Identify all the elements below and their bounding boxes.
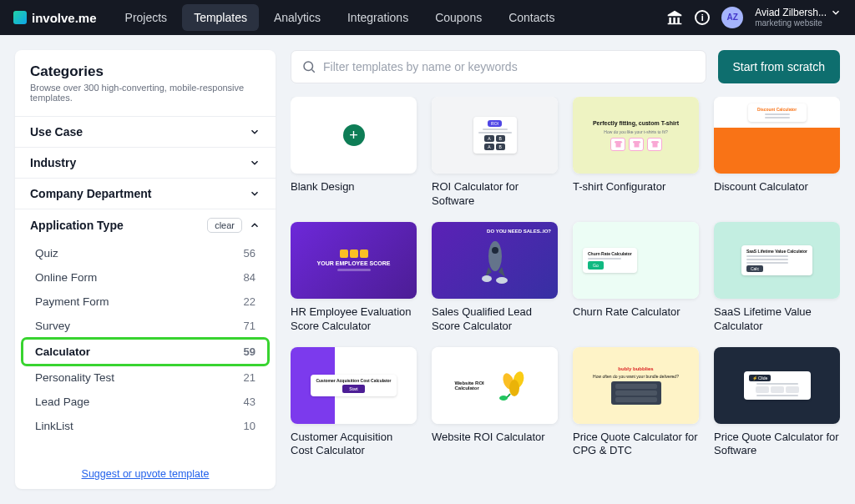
nav-coupons[interactable]: Coupons [423,4,493,31]
top-bar: involve.me Projects Templates Analytics … [0,0,855,35]
user-avatar[interactable]: AZ [721,7,743,28]
acc-use-case[interactable]: Use Case [15,116,276,147]
thumb-text: SaaS Lifetime Value Calculator [746,249,807,254]
app-type-quiz[interactable]: Quiz56 [15,241,276,265]
thumb-text: YOUR EMPLOYEE SCORE [317,260,391,266]
template-title: ROI Calculator for Software [432,180,558,209]
app-type-label: Lead Page [35,396,89,408]
sidebar-title: Categories [30,63,261,80]
bank-icon[interactable] [666,9,683,26]
nav-integrations[interactable]: Integrations [336,4,420,31]
svg-point-1 [488,241,502,271]
template-title: Sales Qualified Lead Score Calculator [432,305,558,334]
template-title: SaaS Lifetime Value Calculator [714,305,840,334]
template-card-discount[interactable]: Discount Calculator Discount Calculator [714,97,840,209]
app-type-lead-page[interactable]: Lead Page43 [15,390,276,414]
template-card-churn-rate[interactable]: Churn Rate CalculatorGo Churn Rate Calcu… [573,222,699,334]
template-title: T-shirt Configurator [573,180,699,207]
app-type-survey[interactable]: Survey71 [15,314,276,338]
svg-point-0 [304,62,313,71]
template-title: Website ROI Calculator [432,431,558,457]
app-type-online-form[interactable]: Online Form84 [15,265,276,290]
user-name: Aviad Zilbersh... [755,7,827,18]
chevron-down-icon [249,126,261,138]
template-card-sales-qualified[interactable]: DO YOU NEED SALES..IO? Sales Qualified L… [432,222,558,334]
template-card-price-software[interactable]: ⚡ Clide Price Quote Calculator for Softw… [714,347,840,459]
workspace-name: marketing website [755,18,842,28]
main-nav: Projects Templates Analytics Integration… [114,4,567,31]
acc-label: Use Case [30,125,83,139]
app-type-label: Calculator [35,345,90,358]
thumb-text: How often do you want your bundle delive… [593,374,679,379]
suggest-template-link[interactable]: Suggest or upvote template [82,468,210,480]
template-title: Price Quote Calculator for CPG & DTC [573,431,699,459]
template-card-cac[interactable]: Customer Acquisition Cost CalculatorStar… [291,347,417,459]
acc-label: Company Department [30,187,151,200]
template-card-roi-software[interactable]: ROIABAB ROI Calculator for Software [432,97,558,209]
thumb-text: DO YOU NEED SALES..IO? [487,229,551,234]
templates-grid: + Blank Design ROIABAB ROI Calculator fo… [291,97,840,458]
acc-industry[interactable]: Industry [15,147,276,178]
rocket-icon [478,235,512,285]
plus-icon: + [343,124,365,146]
brand-logo[interactable]: involve.me [13,11,97,25]
sidebar-subtitle: Browse over 300 high-converting, mobile-… [30,83,261,103]
user-menu[interactable]: Aviad Zilbersh... marketing website [755,7,842,28]
app-type-count: 59 [244,345,255,358]
application-type-list: Quiz56 Online Form84 Payment Form22 Surv… [15,241,276,438]
thumb-text: Customer Acquisition Cost Calculator [316,378,391,383]
main-content: Start from scratch + Blank Design ROIABA… [291,50,840,489]
clear-filter-button[interactable]: clear [207,218,242,233]
app-type-payment-form[interactable]: Payment Form22 [15,290,276,314]
nav-contacts[interactable]: Contacts [497,4,566,31]
nav-templates[interactable]: Templates [182,4,259,31]
acc-label: Industry [30,156,76,169]
logo-icon [13,11,27,24]
acc-application-type[interactable]: Application Type clear [15,209,276,241]
app-type-linklist[interactable]: LinkList10 [15,414,276,438]
search-input[interactable] [323,60,696,73]
svg-point-3 [482,275,492,282]
nav-analytics[interactable]: Analytics [262,4,332,31]
app-type-count: 71 [244,320,255,332]
start-from-scratch-button[interactable]: Start from scratch [718,50,840,83]
template-title: Discount Calculator [714,180,840,207]
search-box[interactable] [291,50,706,83]
template-card-blank[interactable]: + Blank Design [291,97,417,209]
app-type-count: 22 [244,295,255,308]
search-icon [301,59,316,74]
template-card-website-roi[interactable]: Website ROI Calculator Website ROI Calcu… [432,347,558,459]
app-type-calculator[interactable]: Calculator59 [23,340,267,364]
template-card-tshirt[interactable]: Perfectly fitting, custom T-shirtHow do … [573,97,699,209]
nav-projects[interactable]: Projects [114,4,180,31]
acc-label: Application Type [30,219,124,232]
app-type-label: Quiz [35,247,58,260]
template-title: Customer Acquisition Cost Calculator [291,431,417,459]
template-title: HR Employee Evaluation Score Calculator [291,305,417,334]
chevron-down-icon [249,188,261,199]
template-card-price-cpg[interactable]: bubly bubbliesHow often do you want your… [573,347,699,459]
templates-toolbar: Start from scratch [291,50,840,83]
info-icon[interactable]: i [695,10,710,25]
template-title: Churn Rate Calculator [573,305,699,332]
template-card-hr-employee[interactable]: YOUR EMPLOYEE SCORE HR Employee Evaluati… [291,222,417,334]
app-type-label: Payment Form [35,295,109,308]
acc-company-department[interactable]: Company Department [15,178,276,209]
app-type-label: LinkList [35,420,73,432]
app-type-label: Online Form [35,271,97,284]
app-type-label: Survey [35,320,70,332]
thumb-text: bubly bubblies [618,366,653,371]
thumb-text: Churn Rate Calculator [588,251,632,256]
template-card-saas-ltv[interactable]: SaaS Lifetime Value CalculatorCalc SaaS … [714,222,840,334]
suggest-template: Suggest or upvote template [15,454,276,481]
thumb-text: How do you like your t-shirts to fit? [604,129,667,134]
app-type-count: 21 [244,371,255,384]
app-type-count: 56 [244,247,255,260]
app-type-count: 43 [244,396,255,408]
app-type-personality-test[interactable]: Personality Test21 [15,365,276,390]
flower-icon [493,365,535,406]
chevron-up-icon [249,219,261,231]
svg-point-7 [509,380,519,396]
thumb-text: Discount Calculator [757,107,797,112]
svg-point-4 [496,277,508,284]
